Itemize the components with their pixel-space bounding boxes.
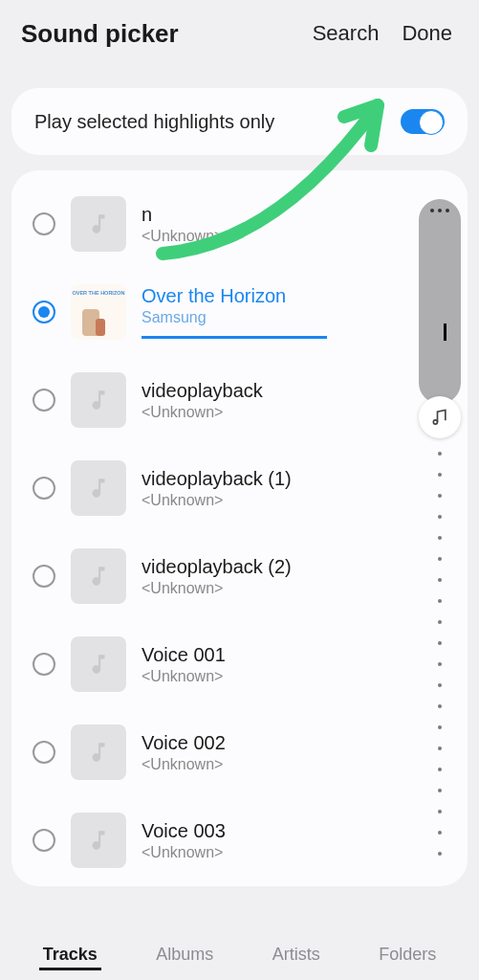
track-list: n<Unknown>OVER THE HORIZONOver the Horiz… (11, 170, 468, 886)
music-note-icon (71, 460, 126, 516)
music-note-icon (71, 636, 126, 692)
track-title: Voice 001 (142, 644, 450, 666)
page-title: Sound picker (21, 19, 295, 49)
track-artist: Samsung (142, 309, 450, 326)
drag-dots-icon (430, 209, 449, 212)
done-button[interactable]: Done (396, 17, 458, 50)
track-row[interactable]: videoplayback (2)<Unknown> (11, 532, 468, 620)
highlights-toggle[interactable] (401, 109, 445, 134)
bottom-tabs: TracksAlbumsArtistsFolders (0, 928, 479, 980)
tab-folders[interactable]: Folders (375, 939, 440, 970)
track-info: Voice 001<Unknown> (142, 644, 450, 685)
album-art: OVER THE HORIZON (71, 284, 126, 340)
track-info: Voice 003<Unknown> (142, 820, 450, 861)
track-artist: <Unknown> (142, 580, 450, 597)
track-artist: <Unknown> (142, 492, 450, 509)
tab-tracks[interactable]: Tracks (39, 939, 101, 970)
playback-progress[interactable] (142, 336, 450, 339)
track-artist: <Unknown> (142, 668, 450, 685)
tab-albums[interactable]: Albums (152, 939, 217, 970)
track-radio[interactable] (33, 301, 55, 323)
track-row[interactable]: Voice 003<Unknown> (11, 796, 468, 884)
music-note-icon (71, 813, 126, 868)
track-artist: <Unknown> (142, 228, 450, 245)
header: Sound picker Search Done (0, 0, 479, 59)
track-title: Voice 002 (142, 732, 450, 754)
music-note-icon (71, 372, 126, 428)
highlights-label: Play selected highlights only (34, 111, 401, 133)
track-artist: <Unknown> (142, 404, 450, 421)
track-title: videoplayback (1) (142, 468, 450, 490)
track-radio[interactable] (33, 741, 55, 764)
scroll-handle[interactable] (419, 199, 461, 404)
track-row[interactable]: Voice 001<Unknown> (11, 620, 468, 708)
track-radio[interactable] (33, 653, 55, 676)
track-info: videoplayback (1)<Unknown> (142, 468, 450, 509)
track-info: n<Unknown> (142, 204, 450, 245)
track-title: Over the Horizon (142, 285, 450, 307)
track-artist: <Unknown> (142, 844, 450, 861)
music-note-icon (430, 408, 449, 427)
music-note-icon (71, 548, 126, 604)
svg-point-0 (433, 420, 437, 424)
track-radio[interactable] (33, 477, 55, 500)
track-radio[interactable] (33, 829, 55, 852)
play-position-marker (444, 323, 446, 341)
track-row[interactable]: Voice 002<Unknown> (11, 708, 468, 796)
music-note-icon (71, 724, 126, 780)
track-artist: <Unknown> (142, 756, 450, 773)
track-info: videoplayback (2)<Unknown> (142, 556, 450, 597)
track-info: Over the HorizonSamsung (142, 285, 450, 339)
tab-artists[interactable]: Artists (269, 939, 324, 970)
track-radio[interactable] (33, 212, 55, 235)
track-title: n (142, 204, 450, 226)
track-title: videoplayback (142, 380, 450, 402)
track-row[interactable]: videoplayback (1)<Unknown> (11, 444, 468, 532)
track-row[interactable]: videoplayback<Unknown> (11, 356, 468, 444)
music-note-icon (71, 196, 126, 252)
track-row[interactable]: OVER THE HORIZONOver the HorizonSamsung (11, 268, 468, 356)
fast-scroll[interactable] (418, 199, 462, 856)
track-row[interactable]: n<Unknown> (11, 180, 468, 268)
track-info: Voice 002<Unknown> (142, 732, 450, 773)
track-radio[interactable] (33, 565, 55, 588)
scroll-index-letter[interactable] (419, 396, 461, 438)
search-button[interactable]: Search (307, 17, 385, 50)
track-radio[interactable] (33, 389, 55, 412)
track-info: videoplayback<Unknown> (142, 380, 450, 421)
track-title: Voice 003 (142, 820, 450, 842)
index-dots (438, 452, 442, 856)
track-title: videoplayback (2) (142, 556, 450, 578)
highlights-card: Play selected highlights only (11, 88, 468, 155)
